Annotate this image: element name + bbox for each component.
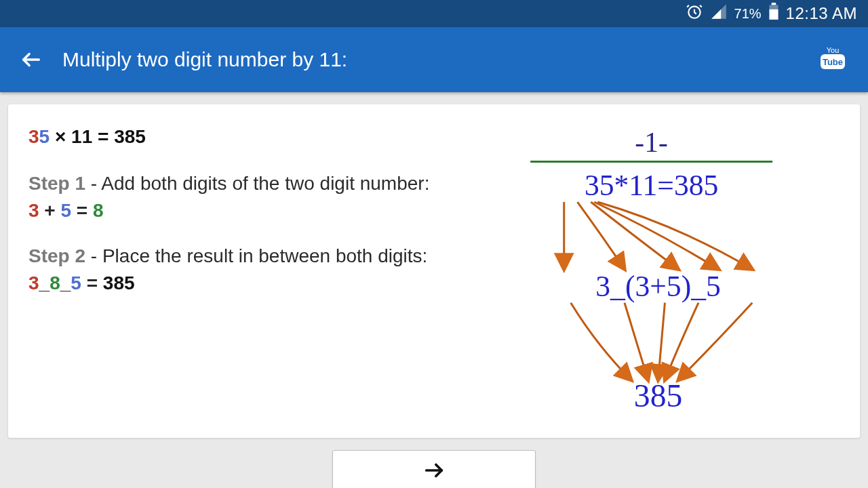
step-1-text: - Add both digits of the two digit numbe… [85, 173, 429, 194]
arrow-right-icon [422, 459, 446, 482]
step1-plus: + [39, 200, 61, 221]
svg-text:You: You [827, 46, 840, 54]
equation-result: 385 [114, 126, 146, 147]
step1-b: 5 [61, 200, 72, 221]
diagram-line3: 385 [634, 378, 682, 413]
svg-text:Tube: Tube [823, 57, 843, 67]
step2-result: 385 [103, 272, 135, 293]
svg-rect-3 [769, 9, 778, 20]
page-title: Multiply two digit number by 11: [62, 48, 816, 71]
app-bar: Multiply two digit number by 11: You Tub… [0, 27, 868, 92]
step1-r: 8 [93, 200, 104, 221]
signal-icon [710, 3, 728, 24]
diagram-top: -1- [635, 127, 668, 158]
equation-op: × 11 = [50, 126, 114, 147]
diagram-line2: 3_(3+5)_5 [595, 270, 720, 303]
step2-u2: _ [60, 272, 71, 293]
step2-p2: 8 [50, 272, 60, 293]
step2-u1: _ [39, 272, 50, 293]
equation-line: 35 × 11 = 385 [28, 123, 443, 151]
status-clock: 12:13 AM [786, 4, 857, 23]
step-1-label: Step 1 [28, 173, 85, 194]
lesson-text: 35 × 11 = 385 Step 1 - Add both digits o… [28, 123, 443, 422]
step2-p3: 5 [71, 272, 81, 293]
back-button[interactable] [19, 47, 43, 72]
step-2-label: Step 2 [28, 245, 85, 266]
next-button[interactable] [332, 450, 536, 488]
diagram-line1: 35*11=385 [585, 169, 718, 201]
step1-a: 3 [28, 200, 39, 221]
battery-icon [768, 3, 779, 24]
digit-3: 3 [28, 126, 39, 147]
step-2-block: Step 2 - Place the result in between bot… [28, 243, 443, 298]
step1-eq: = [71, 200, 93, 221]
diagram: -1- 35*11=385 3_(3+5)_5 [463, 123, 840, 422]
digit-5: 5 [39, 126, 50, 147]
step-1-block: Step 1 - Add both digits of the two digi… [28, 170, 443, 225]
step2-eq: = [81, 272, 103, 293]
lesson-card: 35 × 11 = 385 Step 1 - Add both digits o… [8, 104, 860, 438]
content-area: 35 × 11 = 385 Step 1 - Add both digits o… [0, 92, 868, 488]
youtube-icon[interactable]: You Tube [816, 45, 849, 75]
step2-p1: 3 [28, 272, 39, 293]
step-2-text: - Place the result in between both digit… [85, 245, 427, 266]
svg-rect-1 [771, 3, 776, 5]
android-status-bar: 71% 12:13 AM [0, 0, 868, 27]
battery-percentage: 71% [734, 6, 762, 22]
alarm-icon [686, 3, 703, 24]
